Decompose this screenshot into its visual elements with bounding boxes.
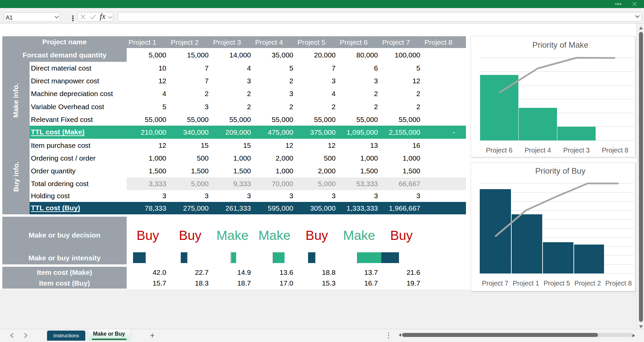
svg-text:Project 6: Project 6 xyxy=(486,146,513,154)
svg-text:Priority of Buy: Priority of Buy xyxy=(535,166,585,175)
svg-text:Project 7: Project 7 xyxy=(482,280,508,287)
svg-text:Priority of Make: Priority of Make xyxy=(532,40,589,49)
svg-text:Project 8: Project 8 xyxy=(605,280,632,287)
svg-text:Project 1: Project 1 xyxy=(513,280,539,287)
svg-text:Project 3: Project 3 xyxy=(563,146,590,154)
svg-text:Project 8: Project 8 xyxy=(602,146,629,154)
svg-text:Project 5: Project 5 xyxy=(544,280,570,287)
svg-text:Project 2: Project 2 xyxy=(574,280,601,287)
svg-text:Project 4: Project 4 xyxy=(525,146,551,154)
